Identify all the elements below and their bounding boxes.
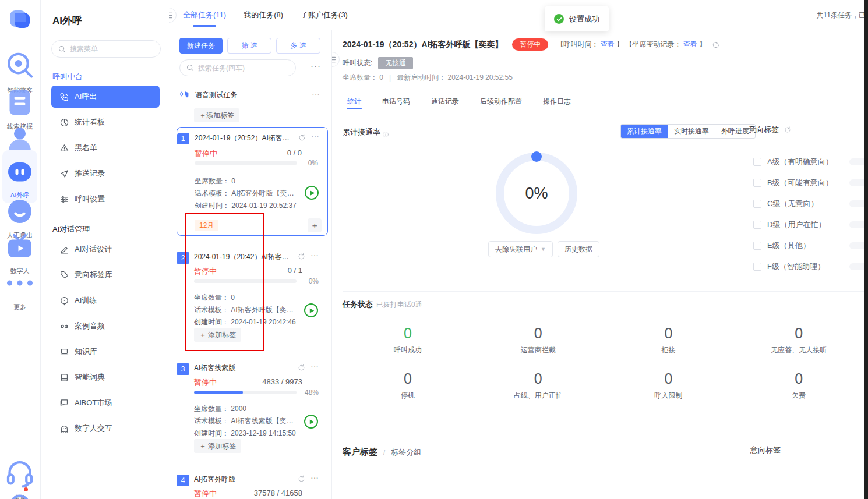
sidebar-item-知识库[interactable]: 知识库 (51, 341, 160, 363)
stat-拒接: 0拒接 (604, 324, 734, 362)
call-status-badge: 无接通 (378, 57, 413, 69)
connect-rate-donut: 0% (496, 153, 577, 234)
segment-累计接通率[interactable]: 累计接通率 (621, 125, 668, 138)
task-card-4[interactable]: 4 AI拓客外呼版 ··· 暂停中 37578 / 41658 (177, 470, 328, 499)
refresh-icon[interactable] (298, 134, 306, 141)
sidebar-item-AI训练[interactable]: AI训练 (51, 289, 160, 312)
sidebar-item-案例音频[interactable]: 案例音频 (51, 315, 160, 337)
task-created: 创建时间： 2023-12-19 14:15:50 (194, 429, 298, 438)
intent-tags-panel: 意向标签 A级（有明确意向）B级（可能有意向）C级（无意向）D级（用户在忙）E级… (749, 125, 864, 135)
customer-tags-heading: 客户标签/标签分组 (343, 447, 421, 458)
task-search-input[interactable] (198, 64, 290, 72)
rail-item-more[interactable]: 更多 (2, 262, 37, 315)
filter-button[interactable]: 筛 选 (227, 38, 271, 54)
call-time-view-link[interactable]: 查看 (601, 40, 615, 48)
sidebar-item-AI对话设计[interactable]: AI对话设计 (51, 238, 160, 260)
task-card-3[interactable]: 3 AI拓客线索版 ··· 暂停中 4833 / 9973 48% 坐席数量： … (177, 359, 328, 459)
sidebar-item-意向标签库[interactable]: 意向标签库 (51, 264, 160, 286)
stat-停机: 0停机 (343, 370, 473, 407)
sidebar-search-input[interactable] (70, 45, 154, 53)
stat-呼叫成功: 0呼叫成功 (343, 324, 473, 362)
intent-tags-bottom-title: 意向标签 (750, 445, 781, 455)
checkbox[interactable] (753, 221, 761, 229)
detail-tab-电话号码[interactable]: 电话号码 (382, 89, 410, 114)
task-search[interactable] (179, 59, 296, 76)
sidebar-item-AiBOT市场[interactable]: AiBOT市场 (51, 392, 160, 414)
remove-lost-users-button[interactable]: 去除失联用户▼ (488, 241, 553, 257)
checkbox[interactable] (753, 242, 761, 250)
section-title: 累计接通率 (343, 127, 389, 138)
task-template: 话术模板： AI拓客外呼版【奕奕】（... (195, 189, 298, 199)
sidebar-item-推送记录[interactable]: 推送记录 (51, 162, 160, 185)
stat-运营商拦截: 0运营商拦截 (473, 324, 604, 362)
top-tab-我的任务(8)[interactable]: 我的任务(8) (244, 0, 283, 30)
progress-bar (195, 161, 297, 165)
task-card-2[interactable]: 2 2024-01-19（20:42）AI拓客外呼版【... ··· 暂停中 0… (177, 247, 328, 350)
top-tab-子账户任务(3)[interactable]: 子账户任务(3) (301, 0, 348, 30)
detail-tab-操作日志[interactable]: 操作日志 (543, 89, 571, 114)
sidebar-item-AI呼出[interactable]: AI呼出 (51, 86, 160, 108)
intent-row: A级（有明确意向） (753, 156, 864, 168)
sidebar-section-label: 呼叫中台 (52, 72, 169, 82)
new-task-button[interactable]: 新建任务 (179, 38, 223, 54)
history-data-button[interactable]: 历史数据 (558, 241, 599, 257)
add-tag-button[interactable]: ＋ 添加标签 (194, 328, 241, 342)
progress-percent: 48% (305, 388, 319, 397)
pinned-task-menu-icon[interactable]: ··· (312, 90, 320, 99)
top-tab-全部任务(11)[interactable]: 全部任务(11) (183, 0, 226, 30)
detail-tab-后续动作配置[interactable]: 后续动作配置 (480, 89, 522, 114)
detail-tab-通话记录[interactable]: 通话记录 (431, 89, 459, 114)
checkbox[interactable] (753, 200, 761, 208)
refresh-icon[interactable] (712, 41, 720, 49)
sidebar-item-数字人交互[interactable]: 数字人交互 (51, 417, 160, 440)
detail-tab-统计[interactable]: 统计 (347, 89, 361, 114)
divider (742, 122, 742, 274)
segment-实时接通率[interactable]: 实时接通率 (668, 125, 715, 138)
add-tag-plus-button[interactable]: ＋ (308, 218, 322, 232)
magnifier-icon (2, 49, 37, 84)
agent-change-view-link[interactable]: 查看 (683, 40, 697, 48)
task-card-menu-icon[interactable]: ··· (310, 473, 319, 482)
sidebar-item-呼叫设置[interactable]: 呼叫设置 (51, 188, 160, 210)
sidebar-item-黑名单[interactable]: 黑名单 (51, 137, 160, 159)
multi-select-button[interactable]: 多 选 (276, 38, 320, 54)
add-tag-button[interactable]: ＋ 添加标签 (194, 439, 241, 453)
task-seats: 坐席数量： 0 (194, 293, 298, 303)
sidebar-search[interactable] (51, 40, 161, 58)
task-card-menu-icon[interactable]: ··· (311, 132, 319, 141)
task-seats: 坐席数量： 0 (195, 176, 298, 186)
task-card-menu-icon[interactable]: ··· (310, 362, 319, 371)
checkbox[interactable] (753, 158, 761, 166)
task-created: 创建时间： 2024-01-19 20:52:37 (195, 201, 298, 211)
refresh-icon[interactable] (784, 126, 791, 133)
task-card-1[interactable]: 1 2024-01-19（20:52）AI拓客外呼版【... ··· 暂停中 0… (177, 127, 328, 236)
info-icon (382, 131, 389, 138)
play-button[interactable] (304, 415, 318, 429)
bell-icon (2, 489, 37, 499)
rail-item-notifications[interactable] (2, 485, 37, 499)
tag-group-link[interactable]: 标签分组 (391, 448, 421, 456)
play-button[interactable] (304, 303, 318, 317)
toast-success: 设置成功 (545, 6, 609, 31)
play-button[interactable] (305, 186, 319, 200)
task-status-text: 暂停中 (195, 148, 217, 159)
refresh-icon[interactable] (298, 475, 305, 483)
sidebar-item-智能词典[interactable]: 智能词典 (51, 366, 160, 388)
pinned-task-row[interactable]: 语音测试任务 ··· ＋ 添加标签 (179, 90, 323, 122)
task-search-more-button[interactable]: ··· (310, 61, 321, 70)
refresh-icon[interactable] (298, 253, 305, 260)
tv-icon (2, 229, 37, 264)
task-card-title: 2024-01-19（20:52）AI拓客外呼版【... (195, 133, 294, 143)
task-index-badge: 1 (177, 133, 189, 144)
topbar: 全部任务(11)我的任务(8)子账户任务(3) 共11条任务，已 (169, 0, 868, 30)
add-tag-button[interactable]: ＋ 添加标签 (194, 108, 239, 122)
screen-edge-strip (864, 0, 868, 499)
intent-row: E级（其他） (753, 240, 864, 252)
sidebar-item-统计看板[interactable]: 统计看板 (51, 111, 160, 133)
phone-icon (59, 92, 69, 102)
checkbox[interactable] (753, 179, 761, 187)
refresh-icon[interactable] (298, 364, 305, 371)
checkbox[interactable] (753, 263, 761, 271)
detail-title: 2024-01-19（20:52）AI拓客外呼版【奕奕】 (343, 40, 503, 50)
task-card-menu-icon[interactable]: ··· (310, 250, 319, 260)
